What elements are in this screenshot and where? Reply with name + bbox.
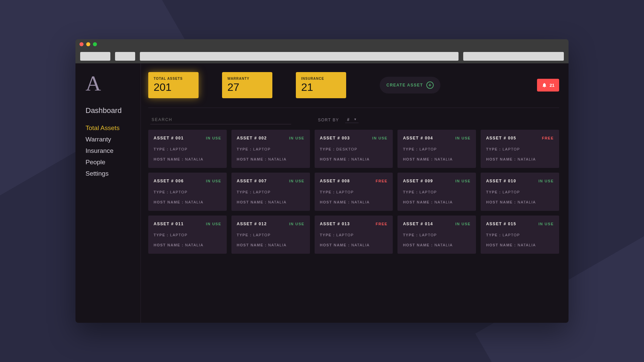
status-badge: IN USE [289,136,305,140]
asset-card[interactable]: ASSET # 009IN USETYPE : LAPTOPHOST NAME … [397,173,476,211]
asset-card[interactable]: ASSET # 004IN USETYPE : LAPTOPHOST NAME … [397,130,476,168]
asset-id: ASSET # 009 [403,179,433,183]
stat-warranty[interactable]: WARRANTY 27 [222,72,272,98]
stats-row: TOTAL ASSETS 201 WARRANTY 27 INSURANCE 2… [148,72,559,108]
close-icon[interactable] [79,42,84,46]
asset-grid: ASSET # 001IN USETYPE : LAPTOPHOST NAME … [148,130,559,254]
asset-type: TYPE : LAPTOP [403,147,471,151]
asset-host: HOST NAME : NATALIA [486,200,554,204]
status-badge: FREE [376,179,387,183]
asset-host: HOST NAME : NATALIA [320,243,388,247]
asset-card[interactable]: ASSET # 003IN USETYPE : DESKTOPHOST NAME… [315,130,393,168]
bell-icon [542,82,547,88]
asset-id: ASSET # 007 [237,179,267,183]
asset-id: ASSET # 002 [237,136,267,140]
status-badge: IN USE [455,222,471,226]
asset-host: HOST NAME : NATALIA [154,157,221,161]
sort-dropdown[interactable]: # [345,117,359,123]
status-badge: FREE [542,136,554,140]
nav-people[interactable]: People [86,157,135,168]
asset-type: TYPE : LAPTOP [237,147,305,151]
asset-host: HOST NAME : NATALIA [154,243,221,247]
create-asset-button[interactable]: CREATE ASSET + [380,77,440,94]
stat-cards: TOTAL ASSETS 201 WARRANTY 27 INSURANCE 2… [148,72,346,98]
status-badge: IN USE [372,136,388,140]
status-badge: IN USE [289,222,305,226]
asset-card[interactable]: ASSET # 002IN USETYPE : LAPTOPHOST NAME … [231,130,310,168]
stat-insurance[interactable]: INSURANCE 21 [296,72,346,98]
asset-card[interactable]: ASSET # 005FREETYPE : LAPTOPHOST NAME : … [481,130,559,168]
status-badge: IN USE [538,222,554,226]
sidebar: A Dashboard Total Assets Warranty Insura… [75,63,141,323]
nav-back-forward[interactable] [80,52,110,61]
asset-id: ASSET # 004 [403,136,433,140]
minimize-icon[interactable] [86,42,90,46]
asset-type: TYPE : LAPTOP [486,233,554,237]
status-badge: IN USE [206,179,221,183]
asset-type: TYPE : LAPTOP [403,233,471,237]
asset-type: TYPE : LAPTOP [154,233,221,237]
asset-host: HOST NAME : NATALIA [403,157,471,161]
asset-id: ASSET # 006 [154,179,184,183]
stat-value: 27 [227,81,259,94]
stat-label: TOTAL ASSETS [154,77,185,80]
sort-control: SORT BY # [318,117,359,123]
asset-card[interactable]: ASSET # 014IN USETYPE : LAPTOPHOST NAME … [397,216,476,254]
asset-host: HOST NAME : NATALIA [154,200,221,204]
asset-id: ASSET # 012 [237,222,267,226]
extensions-area[interactable] [463,52,564,61]
sort-label: SORT BY [318,118,339,122]
asset-card[interactable]: ASSET # 011IN USETYPE : LAPTOPHOST NAME … [148,216,227,254]
nav-total-assets[interactable]: Total Assets [86,122,135,134]
nav-insurance[interactable]: Insurance [86,145,135,157]
maximize-icon[interactable] [93,42,97,46]
titlebar [75,39,569,49]
asset-host: HOST NAME : NATALIA [486,243,554,247]
status-badge: IN USE [206,222,221,226]
asset-card[interactable]: ASSET # 001IN USETYPE : LAPTOPHOST NAME … [148,130,227,168]
status-badge: FREE [376,222,387,226]
notif-count: 21 [550,83,554,88]
status-badge: IN USE [206,136,221,140]
stat-value: 21 [301,81,333,94]
nav-warranty[interactable]: Warranty [86,134,135,145]
asset-host: HOST NAME : NATALIA [320,157,388,161]
asset-id: ASSET # 005 [486,136,516,140]
status-badge: IN USE [455,179,471,183]
asset-host: HOST NAME : NATALIA [237,157,305,161]
asset-id: ASSET # 001 [154,136,184,140]
asset-card[interactable]: ASSET # 006IN USETYPE : LAPTOPHOST NAME … [148,173,227,211]
stat-label: WARRANTY [227,77,259,80]
asset-type: TYPE : LAPTOP [154,147,221,151]
create-asset-label: CREATE ASSET [386,83,423,87]
address-field[interactable] [140,52,459,61]
asset-type: TYPE : LAPTOP [154,190,221,194]
main-panel: TOTAL ASSETS 201 WARRANTY 27 INSURANCE 2… [141,63,569,323]
asset-type: TYPE : DESKTOP [320,147,388,151]
status-badge: IN USE [538,179,554,183]
asset-id: ASSET # 011 [154,222,184,226]
controls-row: SORT BY # [148,108,559,130]
nav-settings[interactable]: Settings [86,168,135,179]
asset-card[interactable]: ASSET # 007IN USETYPE : LAPTOPHOST NAME … [231,173,310,211]
asset-card[interactable]: ASSET # 012IN USETYPE : LAPTOPHOST NAME … [231,216,310,254]
asset-card[interactable]: ASSET # 010IN USETYPE : LAPTOPHOST NAME … [481,173,559,211]
asset-card[interactable]: ASSET # 008FREETYPE : LAPTOPHOST NAME : … [315,173,393,211]
urlbar [75,49,569,63]
nav-reload[interactable] [115,52,135,61]
asset-type: TYPE : LAPTOP [237,233,305,237]
asset-host: HOST NAME : NATALIA [237,243,305,247]
search-input[interactable] [150,115,291,124]
asset-card[interactable]: ASSET # 015IN USETYPE : LAPTOPHOST NAME … [481,216,559,254]
asset-type: TYPE : LAPTOP [403,190,471,194]
notifications-button[interactable]: 21 [537,79,559,92]
stat-total-assets[interactable]: TOTAL ASSETS 201 [148,72,199,98]
asset-type: TYPE : LAPTOP [486,190,554,194]
nav-dashboard[interactable]: Dashboard [86,104,135,117]
asset-type: TYPE : LAPTOP [320,233,388,237]
asset-type: TYPE : LAPTOP [486,147,554,151]
asset-id: ASSET # 008 [320,179,350,183]
asset-card[interactable]: ASSET # 013FREETYPE : LAPTOPHOST NAME : … [315,216,393,254]
content: A Dashboard Total Assets Warranty Insura… [75,63,569,323]
asset-host: HOST NAME : NATALIA [237,200,305,204]
